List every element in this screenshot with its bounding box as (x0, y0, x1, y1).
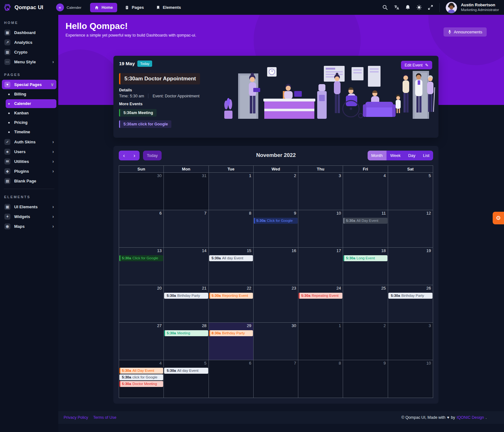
sidebar-item-maps[interactable]: ◉Maps› (2, 222, 56, 231)
calendar-day-cell[interactable]: 30 (119, 173, 164, 210)
calendar-day-cell[interactable]: 115:30aAll Day Event (343, 210, 388, 248)
notifications-icon[interactable] (405, 4, 411, 10)
sidebar-subitem-billing[interactable]: Billing (6, 90, 56, 99)
calendar-day-cell[interactable]: 10 (388, 360, 433, 398)
calendar-day-cell[interactable]: 10 (298, 210, 343, 248)
iqonic-design-link[interactable]: IQONIC Design (457, 415, 484, 420)
calendar-day-cell[interactable]: 135:30aClick for Google (119, 248, 164, 285)
sidebar-item-crypto[interactable]: ▥Crypto (2, 47, 56, 57)
calendar-day-cell[interactable]: 9 (343, 360, 388, 398)
calendar-day-cell[interactable]: 3 (298, 173, 343, 210)
calendar-event[interactable]: 5:30aAll Day Event (343, 218, 387, 224)
translate-icon[interactable] (393, 4, 399, 10)
view-button-month[interactable]: Month (368, 151, 387, 160)
sidebar-item-ui-elements[interactable]: ▣UI Elements› (2, 202, 56, 211)
calendar-day-cell[interactable]: 14 (164, 248, 209, 285)
calendar-day-cell[interactable]: 245:30aRepeating Event (298, 285, 343, 323)
sidebar-item-analytics[interactable]: ↗Analytics (2, 37, 56, 47)
sidebar-item-users[interactable]: ☻Users› (2, 147, 56, 156)
more-event-pill[interactable]: 5:30am Meeting (119, 109, 157, 117)
sidebar-collapse-button[interactable]: « (56, 3, 64, 11)
calendar-day-cell[interactable]: 25 (343, 285, 388, 323)
calendar-day-cell[interactable]: 30 (254, 323, 298, 360)
calendar-day-cell[interactable]: 45:30aAll Day Event5:30aclick for Google… (119, 360, 164, 398)
footer-link-privacy-policy[interactable]: Privacy Policy (64, 415, 88, 420)
sidebar-item-plugins[interactable]: ◈Plugins› (2, 166, 56, 176)
calendar-day-cell[interactable]: 215:30aBirthday Party (164, 285, 209, 323)
more-event-pill[interactable]: 5:30am click for Google (119, 120, 171, 128)
view-button-day[interactable]: Day (404, 151, 419, 160)
calendar-event[interactable]: 5:30aClick for Google (254, 218, 298, 224)
calendar-day-cell[interactable]: 5 (388, 173, 433, 210)
sidebar-item-auth-skins[interactable]: ✓Auth Skins› (2, 137, 56, 147)
sidebar-subitem-timeline[interactable]: Timeline (6, 128, 56, 136)
calendar-day-cell[interactable]: 23 (254, 285, 298, 323)
calendar-day-cell[interactable]: 3 (388, 323, 433, 360)
calendar-day-cell[interactable]: 2 (343, 323, 388, 360)
sidebar-item-widgets[interactable]: ✦Widgets› (2, 212, 56, 221)
calendar-event[interactable]: 5:30aAll Day Event (119, 368, 163, 374)
calendar-day-cell[interactable]: 298:30aBirthday Party (209, 323, 254, 360)
calendar-day-cell[interactable]: 8 (298, 360, 343, 398)
calendar-day-cell[interactable]: 1 (298, 323, 343, 360)
calendar-day-cell[interactable]: 1 (209, 173, 254, 210)
tab-pages[interactable]: Pages (120, 3, 148, 12)
calendar-day-cell[interactable]: 265:30aBirthday Party (388, 285, 433, 323)
fullscreen-icon[interactable] (427, 4, 433, 10)
calendar-event[interactable]: 5:30aClick for Google (119, 255, 163, 261)
settings-fab[interactable]: ⚙ (493, 212, 504, 224)
tab-elements[interactable]: Elements (152, 3, 186, 12)
sidebar-item-dashboard[interactable]: ▦Dashboard (2, 28, 56, 37)
search-icon[interactable] (382, 4, 388, 10)
calendar-day-cell[interactable]: 6 (209, 360, 254, 398)
calendar-day-cell[interactable]: 7 (254, 360, 298, 398)
event-time: 5:30a (122, 256, 131, 260)
calendar-day-cell[interactable]: 20 (119, 285, 164, 323)
calendar-day-cell[interactable]: 4 (343, 173, 388, 210)
calendar-event[interactable]: 5:30aReporting Event (209, 293, 253, 299)
copyright-period: . (486, 415, 487, 420)
calendar-event[interactable]: 5:30aDoctor Meeting (119, 381, 163, 387)
sidebar-subitem-kanban[interactable]: Kanban (6, 109, 56, 118)
calendar-day-cell[interactable]: 225:30aReporting Event (209, 285, 254, 323)
calendar-day-cell[interactable]: 19 (388, 248, 433, 285)
calendar-event[interactable]: 5:30aLong Event (343, 255, 387, 261)
today-badge[interactable]: Today (137, 60, 152, 67)
calendar-event[interactable]: 5:30aAll day Event (209, 255, 253, 261)
calendar-day-cell[interactable]: 95:30aClick for Google (254, 210, 298, 248)
calendar-day-cell[interactable]: 155:30aAll day Event (209, 248, 254, 285)
calendar-event[interactable]: 5:30aBirthday Party (388, 293, 432, 299)
calendar-day-cell[interactable]: 8 (209, 210, 254, 248)
sidebar-item-menu-style[interactable]: ⋯Menu Style› (2, 57, 56, 66)
calendar-day-cell[interactable]: 27 (119, 323, 164, 360)
sidebar-item-utilities[interactable]: ✉Utilities› (2, 157, 56, 166)
view-button-week[interactable]: Week (387, 151, 404, 160)
calendar-day-cell[interactable]: 16 (254, 248, 298, 285)
calendar-day-cell[interactable]: 185:30aLong Event (343, 248, 388, 285)
calendar-day-cell[interactable]: 2 (254, 173, 298, 210)
calendar-event[interactable]: 5:30aAll day Event (164, 368, 208, 374)
sidebar-subitem-calender[interactable]: Calender (6, 99, 56, 108)
calendar-day-cell[interactable]: 17 (298, 248, 343, 285)
sidebar-item-blank-page[interactable]: ▤Blank Page (2, 176, 56, 186)
calendar-event[interactable]: 5:30aclick for Google (119, 374, 163, 380)
calendar-day-cell[interactable]: 55:30aAll day Event (164, 360, 209, 398)
calendar-day-cell[interactable]: 12 (388, 210, 433, 248)
user-avatar[interactable] (446, 2, 457, 13)
calendar-day-cell[interactable]: 285:30aMeeting (164, 323, 209, 360)
sidebar-subitem-pricing[interactable]: Pricing (6, 118, 56, 127)
view-button-list[interactable]: List (419, 151, 433, 160)
sidebar-item-special-pages[interactable]: ♥Special Pages∨ (2, 80, 56, 89)
calendar-event[interactable]: 5:30aRepeating Event (299, 293, 342, 299)
calendar-day-cell[interactable]: 7 (164, 210, 209, 248)
calendar-day-cell[interactable]: 6 (119, 210, 164, 248)
calendar-day-cell[interactable]: 31 (164, 173, 209, 210)
footer-link-terms-of-use[interactable]: Terms of Use (93, 415, 117, 420)
calendar-event[interactable]: 8:30aBirthday Party (209, 330, 253, 336)
day-number: 29 (247, 323, 251, 328)
calendar-event[interactable]: 5:30aBirthday Party (164, 293, 208, 299)
tab-home[interactable]: Home (90, 3, 117, 12)
announcements-button[interactable]: Announcements (444, 27, 487, 37)
theme-toggle-icon[interactable] (416, 4, 422, 10)
calendar-event[interactable]: 5:30aMeeting (164, 330, 208, 336)
